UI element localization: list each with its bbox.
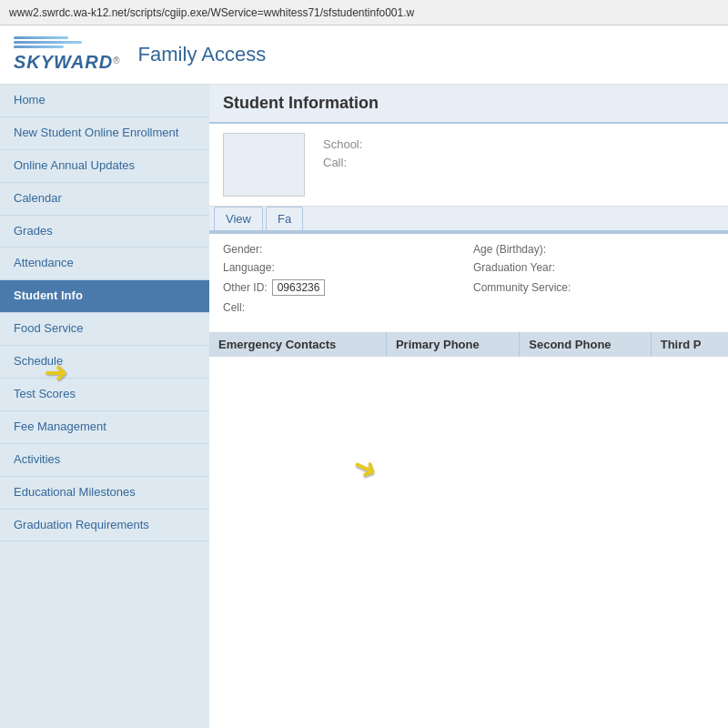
content-area: Student Information School: Call: View: [209, 85, 728, 728]
col-second-phone: Second Phone: [520, 332, 651, 357]
age-label: Age (Birthday):: [473, 243, 546, 256]
sidebar-item-annual-updates[interactable]: Online Annual Updates: [0, 150, 209, 183]
col-emergency-contacts: Emergency Contacts: [209, 332, 386, 357]
sidebar-item-graduation-requirements[interactable]: Graduation Requirements: [0, 510, 209, 542]
grad-year-label: Graduation Year:: [473, 261, 555, 274]
sidebar-food-service-wrapper: Food Service: [0, 313, 209, 346]
page-title: Student Information: [223, 94, 714, 113]
gender-label: Gender:: [223, 243, 262, 256]
tab-family[interactable]: Fa: [266, 207, 303, 230]
sidebar: Home New Student Online Enrollment Onlin…: [0, 85, 209, 728]
student-info-area: School: Call:: [209, 124, 728, 207]
sidebar-item-new-student[interactable]: New Student Online Enrollment: [0, 117, 209, 150]
school-info: School: Call:: [305, 133, 380, 197]
sidebar-graduation-requirements-wrapper: Graduation Requirements: [0, 510, 209, 542]
address-bar: www2.swrdc.wa-k12.net/scripts/cgiip.exe/…: [0, 0, 728, 25]
fields-area: Gender: Age (Birthday): Language: Gradua…: [209, 232, 728, 323]
community-service-field: Community Service:: [473, 279, 714, 296]
sidebar-item-schedule[interactable]: Schedule: [0, 346, 209, 379]
other-id-label: Other ID:: [223, 281, 268, 294]
sidebar-activities-wrapper: Activities: [0, 444, 209, 477]
main-layout: Home New Student Online Enrollment Onlin…: [0, 85, 728, 728]
sidebar-item-student-info[interactable]: Student Info: [0, 280, 209, 313]
contacts-section: Emergency Contacts Primary Phone Second …: [209, 332, 728, 357]
age-field: Age (Birthday):: [473, 243, 714, 256]
logo-lines: [14, 36, 82, 50]
sidebar-item-attendance[interactable]: Attendance: [0, 248, 209, 280]
cell-label: Cell:: [223, 301, 245, 314]
language-label: Language:: [223, 261, 275, 274]
col-third-phone: Third P: [651, 332, 728, 357]
sidebar-schedule-wrapper: Schedule: [0, 346, 209, 379]
logo-line-3: [14, 46, 64, 48]
sidebar-item-activities[interactable]: Activities: [0, 444, 209, 477]
student-photo: [223, 133, 305, 197]
logo-line-1: [14, 36, 68, 39]
school-label: School:: [323, 137, 362, 151]
sidebar-student-info-wrapper: Student Info: [0, 280, 209, 313]
logo-area: SKYWARD®: [14, 36, 120, 73]
sidebar-item-calendar[interactable]: Calendar: [0, 183, 209, 216]
sidebar-home-wrapper: Home: [0, 85, 209, 117]
app-title: Family Access: [138, 43, 267, 66]
tab-view[interactable]: View: [214, 207, 263, 230]
sidebar-item-fee-management[interactable]: Fee Management: [0, 411, 209, 444]
logo-text: SKYWARD®: [14, 52, 120, 73]
sidebar-annual-updates-wrapper: Online Annual Updates: [0, 150, 209, 183]
sidebar-attendance-wrapper: Attendance: [0, 248, 209, 280]
sidebar-calendar-wrapper: Calendar: [0, 183, 209, 216]
community-service-label: Community Service:: [473, 281, 571, 294]
sidebar-test-scores-wrapper: Test Scores: [0, 379, 209, 411]
sidebar-item-grades[interactable]: Grades: [0, 216, 209, 248]
school-field: School:: [323, 137, 362, 151]
col-primary-phone: Primary Phone: [386, 332, 519, 357]
url-text: www2.swrdc.wa-k12.net/scripts/cgiip.exe/…: [9, 6, 414, 19]
other-id-field: Other ID: 0963236: [223, 279, 464, 296]
gender-field: Gender:: [223, 243, 464, 256]
sidebar-fee-management-wrapper: Fee Management: [0, 411, 209, 444]
grad-year-field: Graduation Year:: [473, 261, 714, 274]
sidebar-item-test-scores[interactable]: Test Scores: [0, 379, 209, 411]
sidebar-grades-wrapper: Grades: [0, 216, 209, 248]
app-header: SKYWARD® Family Access: [0, 25, 728, 85]
call-field: Call:: [323, 156, 362, 169]
language-field: Language:: [223, 261, 464, 274]
other-id-value: 0963236: [272, 279, 326, 296]
content-header: Student Information: [209, 85, 728, 124]
logo-line-2: [14, 41, 82, 44]
cell-field: Cell:: [223, 301, 464, 314]
sidebar-new-student-wrapper: New Student Online Enrollment: [0, 117, 209, 150]
sidebar-educational-milestones-wrapper: Educational Milestones: [0, 477, 209, 510]
sidebar-item-food-service[interactable]: Food Service: [0, 313, 209, 346]
sidebar-item-home[interactable]: Home: [0, 85, 209, 117]
contacts-table: Emergency Contacts Primary Phone Second …: [209, 332, 728, 357]
view-tabs-bar: View Fa: [209, 207, 728, 232]
sidebar-item-educational-milestones[interactable]: Educational Milestones: [0, 477, 209, 510]
call-label: Call:: [323, 156, 347, 169]
